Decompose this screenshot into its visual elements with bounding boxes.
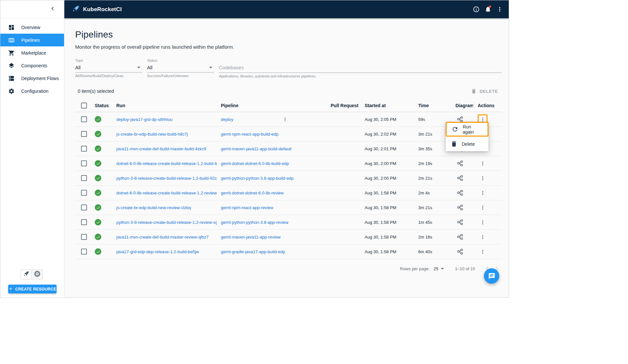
row-actions-button[interactable] <box>478 188 488 198</box>
time-cell: 1m 45s <box>414 220 451 225</box>
status-success-icon <box>95 160 101 167</box>
row-checkbox[interactable] <box>81 160 87 166</box>
run-link[interactable]: java11-mvn-create-def-build-master-build… <box>116 146 206 151</box>
row-checkbox[interactable] <box>81 175 87 181</box>
column-header-run: Run <box>112 103 217 108</box>
rocket-icon <box>23 271 29 278</box>
context-menu-item-run-again[interactable]: Run again <box>446 122 488 137</box>
sidebar-item-components[interactable]: Components <box>0 59 64 72</box>
pipeline-link[interactable]: deploy <box>221 117 233 122</box>
table-row: js-create-br-edp-build-new-build-h8c7j g… <box>75 127 502 141</box>
sidebar-item-marketplace[interactable]: Marketplace <box>0 46 64 59</box>
row-checkbox[interactable] <box>81 219 87 225</box>
settings-tool-button[interactable] <box>32 270 43 279</box>
marketplace-icon <box>8 50 15 56</box>
topbar-menu-button[interactable] <box>494 4 505 15</box>
info-button[interactable] <box>470 4 482 15</box>
pipeline-kebab-icon[interactable] <box>281 115 289 123</box>
run-link[interactable]: deploy-java17-grd-dp-sithhiuu <box>116 117 173 122</box>
run-link[interactable]: dotnet-6-0-lib-release-create-build-rele… <box>116 190 217 195</box>
pipeline-link[interactable]: gerrit-python-python-3.8-app-build-edp <box>221 176 294 181</box>
row-actions-button[interactable] <box>478 247 488 256</box>
row-checkbox[interactable] <box>81 146 87 152</box>
started-at-cell: Aug 30, 1:58 PM <box>361 190 414 195</box>
rows-per-page-select[interactable]: 25 <box>434 266 444 271</box>
codebases-input[interactable] <box>219 63 502 73</box>
row-actions-button[interactable] <box>478 203 488 212</box>
configuration-icon <box>8 88 15 94</box>
notifications-button[interactable] <box>482 4 494 15</box>
pipelines-icon <box>8 37 15 43</box>
pipeline-link[interactable]: gerrit-dotnet-dotnet-6.0-lib-review <box>221 190 284 195</box>
row-actions-button[interactable] <box>478 232 488 242</box>
overview-icon <box>8 24 15 31</box>
status-filter-select[interactable]: All <box>147 63 214 73</box>
pipeline-link[interactable]: gerrit-maven-java11-app-build-default <box>221 146 291 151</box>
started-at-cell: Aug 30, 2:02 PM <box>361 132 414 137</box>
sidebar-item-deployment-flows[interactable]: Deployment Flows <box>0 72 64 85</box>
diagram-icon[interactable] <box>455 174 465 183</box>
run-link[interactable]: python-3-8-release-create-build-release-… <box>116 176 217 181</box>
pipeline-link[interactable]: gerrit-python-python-3.8-app-review <box>221 220 289 225</box>
sidebar-item-overview[interactable]: Overview <box>0 21 64 34</box>
diagram-icon[interactable] <box>455 159 465 168</box>
sidebar-footer: CREATE RESOURCE <box>0 270 64 297</box>
run-link[interactable]: dotnet-6-0-lib-release-create-build-rele… <box>116 161 217 166</box>
pipeline-link[interactable]: gerrit-npm-react-app-review <box>221 205 273 210</box>
started-at-cell: Aug 30, 2:01 PM <box>361 146 414 151</box>
select-all-checkbox[interactable] <box>81 103 87 108</box>
table-row: python-3-8-release-create-build-release-… <box>75 215 502 230</box>
row-checkbox[interactable] <box>81 190 87 196</box>
time-cell: 2m 21s <box>414 176 451 181</box>
table-row: dotnet-6-0-lib-release-create-build-rele… <box>75 186 502 200</box>
rocket-tool-button[interactable] <box>21 270 32 279</box>
main-area: KubeRocketCI <box>64 0 509 297</box>
pipeline-link[interactable]: gerrit-npm-react-app-build-edp <box>221 132 278 137</box>
row-actions-button[interactable] <box>478 173 488 183</box>
pipeline-link[interactable]: gerrit-maven-java11-app-review <box>221 235 281 240</box>
time-cell: 59s <box>414 117 451 122</box>
page-content: Pipelines Monitor the progress of overal… <box>64 18 509 273</box>
row-checkbox[interactable] <box>81 249 87 255</box>
row-checkbox[interactable] <box>81 116 87 122</box>
create-resource-label: CREATE RESOURCE <box>15 287 57 291</box>
type-filter-select[interactable]: All <box>75 63 142 73</box>
run-link[interactable]: python-3-8-release-create-build-release-… <box>116 220 217 225</box>
pipeline-link[interactable]: gerrit-gradle-java17-app-build-edp <box>221 249 285 254</box>
filters: Type All All/Review/Build/Deploy/Clean S… <box>75 58 509 78</box>
row-checkbox[interactable] <box>81 205 87 210</box>
diagram-icon[interactable] <box>455 218 465 227</box>
brand[interactable]: KubeRocketCI <box>72 5 122 14</box>
time-cell: 2m 16s <box>414 235 451 240</box>
diagram-icon[interactable] <box>455 188 465 197</box>
row-checkbox[interactable] <box>81 131 87 137</box>
row-actions-button[interactable] <box>478 217 488 227</box>
diagram-icon[interactable] <box>455 232 465 241</box>
chat-fab[interactable] <box>484 268 499 284</box>
started-at-cell: Aug 30, 1:58 PM <box>361 249 414 254</box>
status-success-icon <box>95 234 101 240</box>
diagram-icon[interactable] <box>455 247 465 256</box>
create-resource-button[interactable]: CREATE RESOURCE <box>8 285 57 293</box>
delete-selected-button[interactable]: DELETE <box>471 88 498 94</box>
row-actions-button[interactable] <box>478 158 488 168</box>
column-header-pipeline: Pipeline <box>217 103 327 108</box>
started-at-cell: Aug 30, 1:58 PM <box>361 235 414 240</box>
sidebar-item-configuration[interactable]: Configuration <box>0 85 64 97</box>
run-link[interactable]: js-create-br-edp-build-new-build-h8c7j <box>116 132 188 137</box>
column-header-actions: Actions <box>473 103 502 108</box>
diagram-icon[interactable] <box>455 203 465 212</box>
sidebar-item-pipelines[interactable]: Pipelines <box>0 34 64 46</box>
run-link[interactable]: java11-mvn-create-def-build-master-revie… <box>116 235 208 240</box>
pipeline-link[interactable]: gerrit-dotnet-dotnet-6.0-lib-build-edp <box>221 161 289 166</box>
run-link[interactable]: java17-grd-edp-dep-release-1.2-build-be5… <box>116 249 199 254</box>
sidebar-item-label: Deployment Flows <box>21 76 59 81</box>
time-cell: 3m 21s <box>414 205 451 210</box>
row-checkbox[interactable] <box>81 234 87 240</box>
chevron-down-icon <box>137 67 140 68</box>
context-menu-item-delete[interactable]: Delete <box>446 137 488 151</box>
sidebar-collapse-button[interactable] <box>48 4 58 14</box>
row-context-menu: Run again Delete <box>446 122 488 151</box>
context-menu-item-label: Run again <box>463 124 483 135</box>
run-link[interactable]: js-create-br-edp-build-new-review-clzbq <box>116 205 191 210</box>
